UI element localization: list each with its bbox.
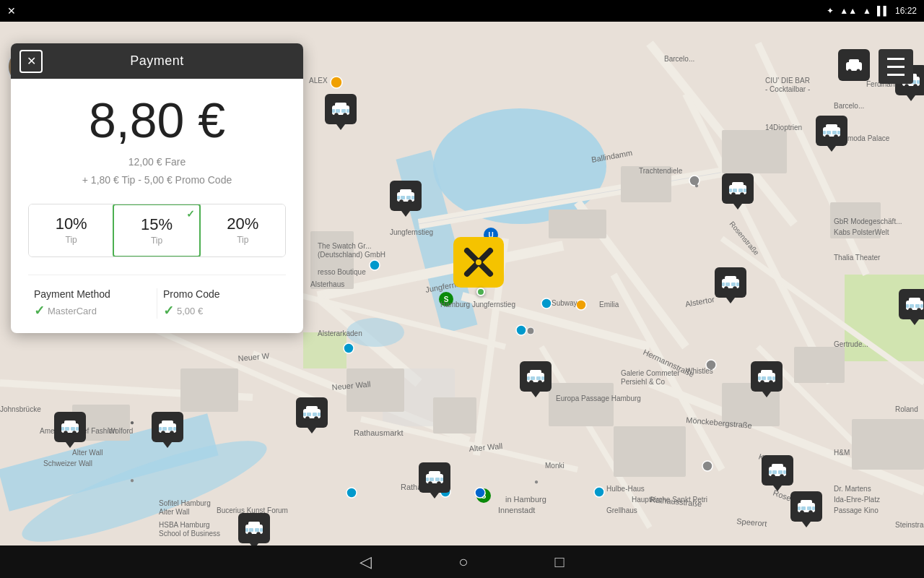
svg-text:Jungfernstieg: Jungfernstieg [390,228,433,236]
svg-point-53 [576,300,586,310]
svg-rect-229 [313,413,317,416]
svg-rect-269 [71,427,75,431]
svg-point-233 [428,481,432,486]
menu-button[interactable] [879,49,913,84]
svg-rect-211 [159,427,162,431]
status-bar: ✕ ✦ ▲▲ ▲ ▌▌ 16:22 [0,0,924,22]
fare-amount: 8,80 € [28,93,286,147]
hamburger-line [887,74,905,76]
home-button[interactable]: ○ [458,553,468,571]
svg-rect-232 [429,471,440,475]
svg-text:Galerie Commeter: Galerie Commeter [621,369,680,377]
svg-rect-32 [722,130,787,173]
bluetooth-icon: ✦ [827,6,834,16]
svg-rect-213 [168,427,173,431]
payment-method-section[interactable]: Payment Method ✓ MasterCard [28,288,157,319]
svg-text:●: ● [534,478,539,486]
svg-rect-189 [832,131,837,134]
svg-rect-36 [549,383,614,426]
svg-point-249 [905,84,909,88]
tip-10-button[interactable]: 10% Tip [29,204,113,256]
svg-rect-261 [915,304,920,308]
svg-rect-149 [341,109,346,113]
svg-text:Barcelo...: Barcelo... [664,55,694,63]
svg-rect-198 [541,376,544,380]
fare-breakdown-1: 12,00 € Fare [28,153,286,171]
time-display: 16:22 [895,6,917,16]
battery-icon: ▌▌ [877,6,889,16]
svg-text:The Swatch Gr...: The Swatch Gr... [318,242,371,250]
svg-rect-221 [778,470,783,474]
svg-rect-40 [852,419,924,470]
svg-point-210 [170,431,174,435]
svg-rect-165 [406,196,411,199]
svg-rect-244 [801,506,806,510]
svg-point-284 [848,69,852,73]
svg-rect-144 [335,103,346,107]
tip-15-button[interactable]: ✓ 15% Tip [113,204,200,257]
svg-rect-262 [920,304,923,308]
svg-text:Emilia: Emilia [599,301,619,309]
svg-rect-268 [65,427,69,431]
svg-point-177 [724,286,728,290]
svg-point-54 [516,325,526,335]
svg-text:Alsterarkaden: Alsterarkaden [318,329,362,337]
payment-panel: ✕ Payment 8,80 € 12,00 € Fare + 1,80 € T… [11,43,303,333]
svg-text:Steinstraße...: Steinstraße... [895,521,924,529]
svg-text:(Deutschland) GmbH: (Deutschland) GmbH [318,251,385,259]
svg-rect-220 [772,470,777,474]
svg-text:Alsterhaus: Alsterhaus [310,280,344,288]
map[interactable]: U S S Ballindamm Jungfernstieg Alstertor… [0,22,924,578]
promo-code-section[interactable]: Promo Code ✓ 5,00 € [157,288,286,319]
mytaxi-logo-marker [453,237,504,288]
promo-code-value: 5,00 € [177,306,203,316]
svg-rect-192 [530,370,541,374]
svg-point-60 [702,461,712,471]
svg-point-56 [346,488,357,498]
svg-rect-275 [245,528,248,532]
taxi-marker [54,412,86,448]
svg-rect-245 [807,506,811,510]
svg-text:Europa Passage Hamburg: Europa Passage Hamburg [556,394,641,402]
tip-20-button[interactable]: 20% Tip [200,204,285,256]
svg-rect-172 [733,189,737,192]
svg-rect-188 [827,131,831,134]
svg-rect-200 [761,370,772,374]
svg-rect-238 [440,478,443,481]
svg-point-273 [248,532,252,536]
fare-breakdown-2: + 1,80 € Tip - 5,00 € Promo Code [28,171,286,189]
svg-text:Hulbe-Haus: Hulbe-Haus [606,485,645,493]
payment-promo-section: Payment Method ✓ MasterCard Promo Code ✓… [28,275,286,319]
svg-text:Thalia Theater: Thalia Theater [834,254,881,262]
close-button[interactable]: ✕ [19,50,43,73]
svg-point-258 [917,308,921,312]
svg-text:Sofitel Hamburg: Sofitel Hamburg [159,499,211,507]
promo-code-title: Promo Code [163,288,280,300]
svg-point-285 [857,69,860,73]
svg-text:●: ● [694,181,699,189]
taxi-marker [899,289,924,325]
svg-rect-216 [772,464,783,468]
tip-check-icon: ✓ [186,208,195,220]
back-button[interactable]: ◁ [359,553,372,571]
payment-method-value: MasterCard [48,306,97,316]
svg-rect-187 [823,131,826,134]
recent-apps-button[interactable]: □ [555,553,565,571]
svg-text:Monki: Monki [545,462,565,470]
svg-rect-270 [76,427,79,431]
taxi-marker [419,462,450,499]
svg-point-209 [161,431,165,435]
svg-rect-228 [307,413,311,416]
svg-text:CIU' DIE BAR: CIU' DIE BAR [765,77,810,85]
location-dot [476,288,485,296]
svg-point-145 [334,113,339,117]
tip-15-percent: 15% [120,215,193,234]
svg-rect-227 [303,413,306,416]
svg-rect-176 [725,276,736,280]
svg-point-265 [64,431,68,435]
svg-point-185 [825,134,829,139]
svg-point-217 [771,474,775,478]
svg-rect-6 [303,332,346,368]
panel-header: ✕ Payment [11,43,303,79]
svg-text:GbR Modegeschäft...: GbR Modegeschäft... [834,217,902,225]
